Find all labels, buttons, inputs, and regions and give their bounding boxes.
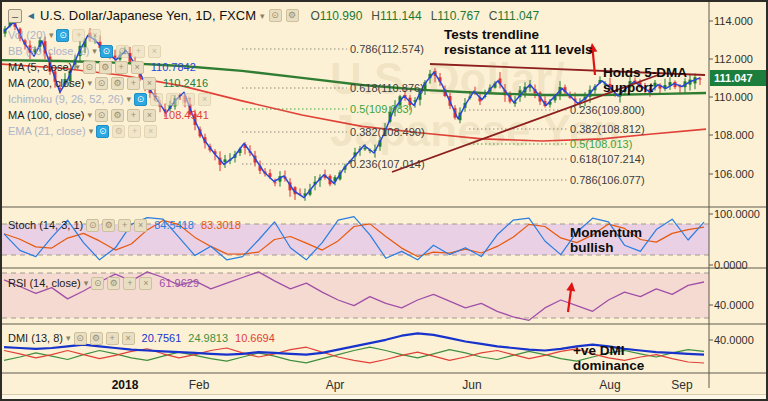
annotation-momentum-bullish[interactable]: Momentum bullish xyxy=(570,226,682,256)
indicator-label[interactable]: DMI (13, 8) xyxy=(8,332,63,344)
low-value: 110.767 xyxy=(437,9,480,23)
eye-icon[interactable]: ⊙ xyxy=(100,45,113,58)
price-tick[interactable]: 106.000 xyxy=(714,168,754,180)
fib-label[interactable]: 0.618(107.214) xyxy=(570,153,645,165)
stoch-scale-high[interactable]: 100.0000 xyxy=(714,208,760,220)
eye-icon[interactable]: ⊙ xyxy=(56,29,69,42)
chevron-down-icon[interactable]: ▾ xyxy=(260,11,265,21)
time-tick-apr[interactable]: Apr xyxy=(313,378,357,392)
indicator-label[interactable]: RSI (14, close) xyxy=(8,277,81,289)
watermark-line1: U.S. Dollar/ xyxy=(330,54,565,104)
fib-label[interactable]: 0.382(108.490) xyxy=(350,126,425,138)
close-icon[interactable]: × xyxy=(122,332,135,345)
eye-icon[interactable]: ⊙ xyxy=(95,109,108,122)
indicator-label[interactable]: MA (5, close) xyxy=(8,61,72,73)
annotation-dmi-dominance[interactable]: +ve DMI dominance xyxy=(573,344,673,374)
plus-icon[interactable]: + xyxy=(127,109,140,122)
indicator-label[interactable]: Vol (20) xyxy=(8,29,46,41)
fib-label[interactable]: 0.5(108.013) xyxy=(570,138,632,150)
price-tick[interactable]: 110.000 xyxy=(714,91,753,103)
rsi-scale-mid[interactable]: 40.0000 xyxy=(714,299,754,311)
time-tick-jun[interactable]: Jun xyxy=(450,378,494,392)
gear-icon[interactable]: ⚙ xyxy=(116,45,129,58)
chevron-down-icon[interactable]: ▾ xyxy=(66,333,71,343)
plus-icon[interactable]: + xyxy=(115,61,128,74)
back-arrow-icon[interactable]: ◄ xyxy=(26,10,36,21)
time-tick-2018[interactable]: 2018 xyxy=(103,378,147,392)
eye-icon[interactable]: ⊙ xyxy=(91,277,104,290)
indicator-label[interactable]: Stoch (14, 3, 1) xyxy=(8,219,83,231)
fib-label[interactable]: 0.382(108.812) xyxy=(570,123,645,135)
plus-icon[interactable]: + xyxy=(72,29,85,42)
stoch-scale-low[interactable]: 0.0000 xyxy=(714,259,748,271)
close-icon[interactable]: × xyxy=(143,109,156,122)
plus-icon[interactable]: + xyxy=(132,45,145,58)
gear-icon[interactable]: ⚙ xyxy=(90,332,103,345)
symbol-title[interactable]: U.S. Dollar/Japanese Yen, 1D, FXCM xyxy=(40,8,256,23)
price-tick[interactable]: 112.000 xyxy=(714,53,753,65)
close-icon[interactable]: × xyxy=(144,125,157,138)
close-icon[interactable]: × xyxy=(134,219,147,232)
chevron-down-icon[interactable]: ▾ xyxy=(84,278,89,288)
dmi-scale-mid[interactable]: 40.0000 xyxy=(714,334,754,346)
plus-icon[interactable]: + xyxy=(127,77,140,90)
annotation-trendline-resistance[interactable]: Tests trendline resistance at 111 levels xyxy=(444,28,606,58)
eye-icon[interactable]: ⊙ xyxy=(83,61,96,74)
eye-icon[interactable]: ⊙ xyxy=(95,77,108,90)
chevron-down-icon[interactable]: ▾ xyxy=(75,62,80,72)
close-icon[interactable]: × xyxy=(88,29,101,42)
plus-icon[interactable]: + xyxy=(123,277,136,290)
time-tick-sep[interactable]: Sep xyxy=(660,378,704,392)
fib-label[interactable]: 0.236(107.014) xyxy=(350,158,425,170)
chevron-down-icon[interactable]: ▾ xyxy=(92,46,97,56)
collapse-icon[interactable]: – xyxy=(8,9,22,23)
indicator-label[interactable]: BB (20, close, 2) xyxy=(8,45,89,57)
gear-icon[interactable]: ⚙ xyxy=(111,109,124,122)
eye-icon[interactable]: ⊙ xyxy=(134,93,147,106)
chevron-down-icon[interactable]: ▾ xyxy=(49,30,54,40)
price-tick[interactable]: 108.000 xyxy=(714,129,754,141)
close-icon[interactable]: × xyxy=(148,45,161,58)
gear-icon[interactable]: ⚙ xyxy=(102,219,115,232)
gear-icon[interactable]: ⚙ xyxy=(150,93,163,106)
legend-row-vol: Vol (20) ▾ ⊙ + × xyxy=(8,28,101,42)
legend-row-ma100: MA (100, close) ▾ ⊙ ⚙ + × 108.4941 xyxy=(8,108,209,122)
close-icon[interactable]: × xyxy=(139,277,152,290)
gear-icon[interactable]: ⚙ xyxy=(99,61,112,74)
indicator-label[interactable]: Ichimoku (9, 26, 52, 26) xyxy=(8,93,124,105)
fib-label[interactable]: 0.618(110.876) xyxy=(350,82,424,94)
fib-label[interactable]: 0.786(106.077) xyxy=(570,174,645,186)
chevron-down-icon[interactable]: ▾ xyxy=(87,78,92,88)
fib-label[interactable]: 0.236(109.800) xyxy=(570,104,645,116)
time-tick-aug[interactable]: Aug xyxy=(588,378,632,392)
chevron-down-icon[interactable]: ▾ xyxy=(87,110,92,120)
plus-icon[interactable]: + xyxy=(128,125,141,138)
indicator-label[interactable]: MA (200, close) xyxy=(8,77,84,89)
annotation-5dma-support[interactable]: Holds 5-DMA support xyxy=(603,66,697,96)
fib-label[interactable]: 0.786(112.574) xyxy=(350,43,424,55)
price-tick[interactable]: 114.000 xyxy=(714,15,753,27)
chevron-down-icon[interactable]: ▾ xyxy=(127,94,132,104)
close-icon[interactable]: × xyxy=(143,77,156,90)
gear-icon[interactable]: ⚙ xyxy=(111,77,124,90)
chevron-down-icon[interactable]: ▾ xyxy=(89,126,94,136)
eye-icon[interactable]: ⊙ xyxy=(86,219,99,232)
time-tick-feb[interactable]: Feb xyxy=(177,378,221,392)
gear-icon[interactable]: ⚙ xyxy=(286,9,299,22)
plus-icon[interactable]: + xyxy=(118,219,131,232)
plus-icon[interactable]: + xyxy=(106,332,119,345)
gear-icon[interactable]: ⚙ xyxy=(107,277,120,290)
close-icon[interactable]: × xyxy=(131,61,144,74)
compare-icon[interactable]: ⊙ xyxy=(269,9,282,22)
open-value: 110.990 xyxy=(320,9,363,23)
fib-label[interactable]: 0.5(109.683) xyxy=(350,103,412,115)
indicator-label[interactable]: MA (100, close) xyxy=(8,109,84,121)
close-icon[interactable]: × xyxy=(198,93,211,106)
open-label: O xyxy=(311,9,320,23)
plus-icon[interactable]: + xyxy=(182,93,195,106)
eye-icon[interactable]: ⊙ xyxy=(96,125,109,138)
braces-icon[interactable]: {} xyxy=(166,93,179,106)
indicator-label[interactable]: EMA (21, close) xyxy=(8,125,86,137)
gear-icon[interactable]: ⚙ xyxy=(112,125,125,138)
eye-icon[interactable]: ⊙ xyxy=(74,332,87,345)
